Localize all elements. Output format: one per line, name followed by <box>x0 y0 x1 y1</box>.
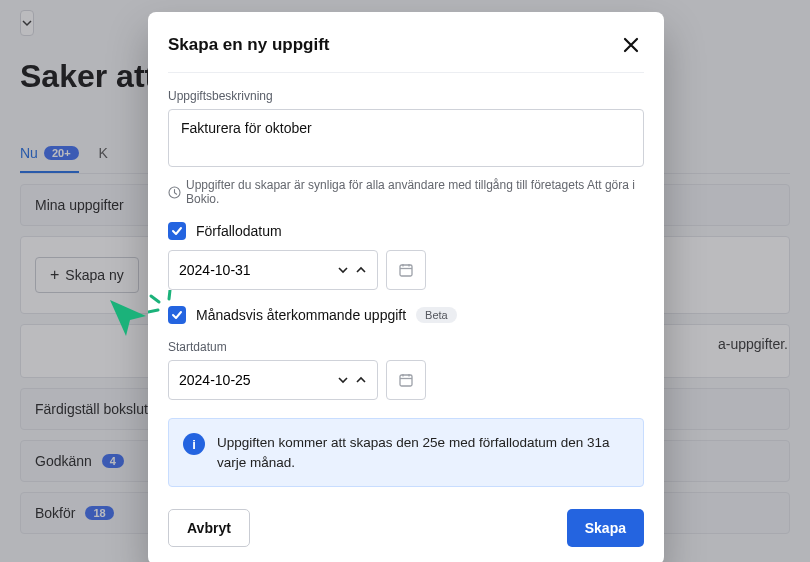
start-date-label: Startdatum <box>168 340 644 354</box>
svg-line-0 <box>151 296 159 302</box>
desc-label: Uppgiftsbeskrivning <box>168 89 644 103</box>
close-button[interactable] <box>618 32 644 58</box>
calendar-icon <box>398 372 414 388</box>
chevron-up-icon <box>355 264 367 276</box>
check-icon <box>171 225 183 237</box>
svg-line-2 <box>169 290 170 299</box>
due-date-value: 2024-10-31 <box>179 262 251 278</box>
chevron-up-icon <box>355 374 367 386</box>
close-icon <box>622 36 640 54</box>
info-icon: i <box>183 433 205 455</box>
clock-icon <box>168 186 181 199</box>
cursor-pointer-icon <box>106 296 152 342</box>
attention-accent <box>148 290 188 326</box>
start-date-input[interactable]: 2024-10-25 <box>168 360 378 400</box>
beta-badge: Beta <box>416 307 457 323</box>
cancel-button[interactable]: Avbryt <box>168 509 250 547</box>
chevron-down-icon <box>337 264 349 276</box>
due-date-checkbox[interactable] <box>168 222 186 240</box>
due-date-label: Förfallodatum <box>196 223 282 239</box>
svg-rect-4 <box>400 265 412 276</box>
due-date-input[interactable]: 2024-10-31 <box>168 250 378 290</box>
calendar-icon <box>398 262 414 278</box>
recurring-label: Månadsvis återkommande uppgift <box>196 307 406 323</box>
due-date-calendar-button[interactable] <box>386 250 426 290</box>
info-text: Uppgiften kommer att skapas den 25e med … <box>217 433 629 472</box>
svg-rect-8 <box>400 375 412 386</box>
start-date-calendar-button[interactable] <box>386 360 426 400</box>
submit-button[interactable]: Skapa <box>567 509 644 547</box>
visibility-hint-text: Uppgifter du skapar är synliga för alla … <box>186 178 644 206</box>
desc-input[interactable] <box>168 109 644 167</box>
modal-title: Skapa en ny uppgift <box>168 35 330 55</box>
start-date-value: 2024-10-25 <box>179 372 251 388</box>
create-task-modal: Skapa en ny uppgift Uppgiftsbeskrivning … <box>148 12 664 562</box>
visibility-hint: Uppgifter du skapar är synliga för alla … <box>168 178 644 206</box>
chevron-down-icon <box>337 374 349 386</box>
info-banner: i Uppgiften kommer att skapas den 25e me… <box>168 418 644 487</box>
